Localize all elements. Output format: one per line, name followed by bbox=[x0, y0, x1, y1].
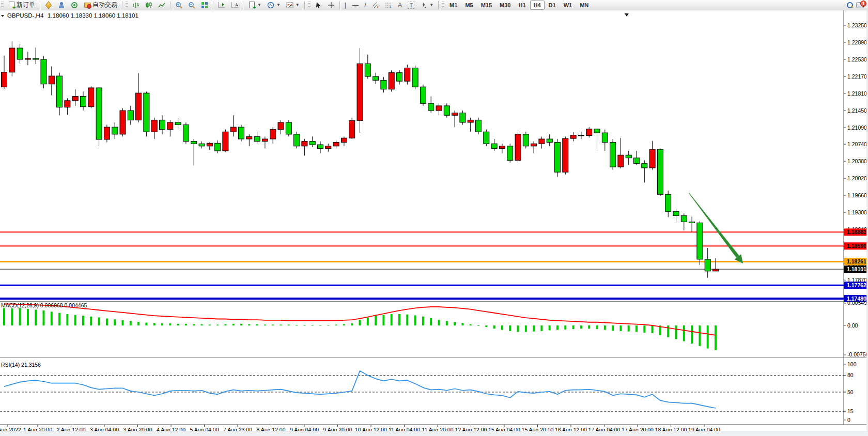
price-line-label: 1.17762 bbox=[847, 282, 866, 288]
signals-button[interactable] bbox=[68, 1, 81, 10]
crosshair-tool-button[interactable] bbox=[325, 1, 337, 10]
candle-body bbox=[223, 132, 228, 151]
macd-histogram-bar bbox=[707, 325, 709, 349]
macd-histogram-bar bbox=[588, 325, 590, 329]
macd-histogram-bar bbox=[224, 324, 226, 325]
text-tool[interactable]: A bbox=[395, 1, 405, 10]
macd-histogram-bar bbox=[509, 325, 511, 331]
toolbar-grip[interactable] bbox=[1, 2, 4, 9]
tile-windows-button[interactable] bbox=[198, 1, 211, 10]
toolbar-grip[interactable] bbox=[308, 2, 311, 9]
candle-body bbox=[681, 216, 687, 222]
notification-bubble-icon[interactable]: 1 bbox=[856, 2, 864, 8]
chart-canvas[interactable]: GBPUSD-,H4 1.18060 1.18330 1.18060 1.181… bbox=[0, 10, 868, 436]
candle-body bbox=[349, 120, 355, 138]
zoom-in-button[interactable] bbox=[173, 1, 185, 10]
macd-histogram-bar bbox=[66, 314, 68, 325]
timeframe-m30[interactable]: M30 bbox=[496, 1, 514, 10]
candle-body bbox=[499, 146, 505, 149]
auto-trading-button[interactable]: 自动交易 bbox=[81, 1, 120, 10]
candle-body bbox=[570, 135, 576, 138]
candle-body bbox=[167, 122, 173, 130]
macd-histogram-bar bbox=[319, 325, 321, 325]
market-watch-button[interactable] bbox=[42, 1, 55, 10]
accounts-button[interactable] bbox=[55, 1, 68, 10]
candle-body bbox=[309, 142, 315, 145]
fibonacci-tool[interactable]: F bbox=[382, 1, 395, 10]
macd-histogram-bar bbox=[525, 325, 527, 332]
candlestick-chart-button[interactable] bbox=[143, 1, 155, 10]
macd-histogram-bar bbox=[454, 322, 456, 325]
candle-body bbox=[642, 164, 647, 168]
horizontal-line-tool[interactable]: — bbox=[349, 1, 361, 10]
bar-chart-button[interactable] bbox=[130, 1, 142, 10]
line-chart-icon bbox=[158, 2, 165, 9]
candle-body bbox=[333, 142, 339, 146]
candle-body bbox=[373, 76, 379, 80]
line-chart-button[interactable] bbox=[156, 1, 168, 10]
macd-histogram-bar bbox=[359, 320, 361, 325]
macd-signal-line bbox=[4, 304, 716, 335]
price-tick-label: 1.19660 bbox=[847, 192, 867, 198]
auto-scroll-button[interactable] bbox=[228, 1, 241, 10]
macd-histogram-bar bbox=[312, 325, 314, 325]
macd-histogram-bar bbox=[74, 315, 76, 325]
candle-body bbox=[88, 88, 94, 107]
candle-body bbox=[618, 155, 624, 167]
timeframe-m5[interactable]: M5 bbox=[461, 1, 476, 10]
candle-body bbox=[689, 222, 695, 223]
vertical-line-icon: | bbox=[345, 1, 346, 9]
macd-histogram-bar bbox=[691, 325, 693, 344]
candle-body bbox=[136, 93, 142, 120]
text-label-tool[interactable]: T bbox=[405, 1, 417, 10]
zoom-out-button[interactable] bbox=[185, 1, 198, 10]
macd-histogram-bar bbox=[438, 320, 440, 325]
chart-menu-triangle-icon[interactable] bbox=[1, 15, 4, 17]
timeframe-m1[interactable]: M1 bbox=[446, 1, 461, 10]
timeframe-h1[interactable]: H1 bbox=[515, 1, 529, 10]
candle-body bbox=[215, 143, 221, 151]
bottom-scroll-strip[interactable] bbox=[0, 431, 868, 436]
timeframe-h4[interactable]: H4 bbox=[530, 1, 545, 10]
shapes-tool[interactable]: ▼ bbox=[417, 1, 436, 10]
trendline-tool[interactable]: / bbox=[362, 1, 369, 10]
timeframe-w1[interactable]: W1 bbox=[560, 1, 576, 10]
candle-body bbox=[246, 136, 252, 139]
chevron-down-icon: ▼ bbox=[257, 3, 261, 7]
macd-histogram-bar bbox=[35, 309, 37, 325]
macd-histogram-bar bbox=[248, 324, 250, 325]
bar-chart-icon bbox=[132, 2, 140, 9]
channel-tool[interactable]: E bbox=[369, 1, 382, 10]
macd-histogram-bar bbox=[193, 324, 195, 325]
mt4-window: { "toolbar": { "new_order_label": "新订单",… bbox=[0, 0, 868, 436]
new-order-button[interactable]: 新订单 bbox=[5, 1, 38, 10]
candle-body bbox=[9, 48, 15, 72]
vertical-line-tool[interactable]: | bbox=[342, 1, 349, 10]
candle-body bbox=[262, 139, 268, 142]
timeframe-m15[interactable]: M15 bbox=[477, 1, 495, 10]
macd-histogram-bar bbox=[303, 325, 305, 325]
candle-body bbox=[112, 127, 118, 134]
chart-shift-marker-icon[interactable] bbox=[625, 13, 629, 17]
candle-body bbox=[420, 87, 426, 103]
price-tick-label: 1.22890 bbox=[847, 39, 867, 45]
cursor-tool-button[interactable] bbox=[312, 1, 324, 10]
toolbar-grip[interactable] bbox=[126, 2, 128, 9]
search-icon[interactable] bbox=[847, 2, 853, 8]
macd-histogram-bar bbox=[122, 320, 124, 325]
timeframe-mn[interactable]: MN bbox=[576, 1, 592, 10]
indicators-button[interactable]: ▼ bbox=[284, 1, 302, 10]
chart-shift-button[interactable] bbox=[215, 1, 228, 10]
candle-body bbox=[412, 68, 418, 87]
macd-histogram-bar bbox=[145, 323, 147, 325]
toolbar-grip[interactable] bbox=[442, 2, 444, 9]
timeframe-d1[interactable]: D1 bbox=[545, 1, 560, 10]
macd-histogram-bar bbox=[564, 325, 566, 330]
candle-body bbox=[270, 130, 276, 139]
new-chart-button[interactable]: ▼ bbox=[245, 1, 264, 10]
rsi-scale-label: 80 bbox=[847, 372, 854, 378]
profiles-button[interactable]: ▼ bbox=[265, 1, 283, 10]
candle-body bbox=[365, 64, 370, 76]
macd-histogram-bar bbox=[233, 324, 235, 325]
auto-scroll-icon bbox=[231, 2, 238, 9]
